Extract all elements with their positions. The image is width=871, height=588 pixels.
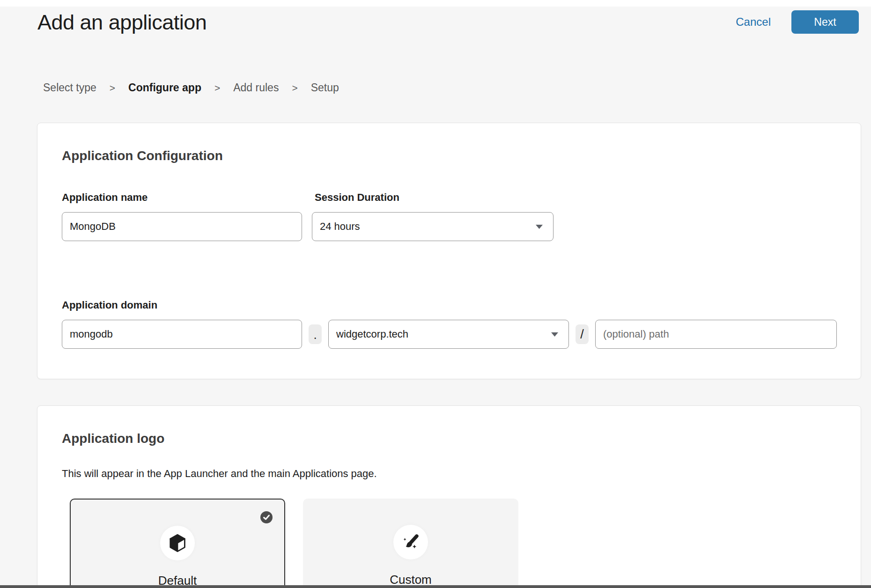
domain-select[interactable]: widgetcorp.tech <box>328 320 569 349</box>
session-duration-select[interactable]: 24 hours <box>312 212 554 241</box>
domain-value: widgetcorp.tech <box>336 328 408 340</box>
bottom-edge-bar <box>0 585 871 588</box>
session-duration-label: Session Duration <box>315 191 399 204</box>
logo-options: Default Custom <box>70 499 518 588</box>
breadcrumb-step-setup[interactable]: Setup <box>311 81 339 94</box>
chevron-down-icon <box>551 332 558 337</box>
application-configuration-card: Application Configuration Application na… <box>37 123 861 379</box>
cube-icon <box>168 533 187 553</box>
cancel-button[interactable]: Cancel <box>736 15 771 29</box>
logo-icon-circle <box>160 526 195 560</box>
application-name-input[interactable] <box>62 212 302 241</box>
application-logo-description: This will appear in the App Launcher and… <box>62 468 377 480</box>
breadcrumb: Select type > Configure app > Add rules … <box>43 81 339 94</box>
paintbrush-icon <box>401 532 421 552</box>
subdomain-input[interactable] <box>62 320 302 349</box>
dot-separator: . <box>309 324 322 344</box>
header-actions: Cancel Next <box>721 10 859 34</box>
breadcrumb-separator: > <box>110 82 115 94</box>
breadcrumb-separator: > <box>292 82 297 94</box>
breadcrumb-step-configure-app[interactable]: Configure app <box>128 81 201 94</box>
application-domain-label: Application domain <box>62 299 157 311</box>
logo-icon-circle <box>393 525 428 559</box>
slash-separator: / <box>576 324 589 344</box>
breadcrumb-step-add-rules[interactable]: Add rules <box>233 81 279 94</box>
session-duration-value: 24 hours <box>320 220 360 233</box>
breadcrumb-separator: > <box>214 82 220 94</box>
next-button[interactable]: Next <box>791 10 859 34</box>
application-name-label: Application name <box>62 191 148 204</box>
application-logo-card: Application logo This will appear in the… <box>37 405 861 588</box>
logo-option-custom[interactable]: Custom <box>303 499 518 588</box>
page-title: Add an application <box>37 10 207 35</box>
top-strip <box>0 0 871 7</box>
selected-check-badge <box>260 511 273 524</box>
breadcrumb-step-select-type[interactable]: Select type <box>43 81 96 94</box>
application-configuration-heading: Application Configuration <box>62 148 223 163</box>
application-logo-heading: Application logo <box>62 431 164 446</box>
path-input[interactable] <box>595 320 837 349</box>
chevron-down-icon <box>536 225 543 229</box>
logo-option-default[interactable]: Default <box>70 499 285 588</box>
